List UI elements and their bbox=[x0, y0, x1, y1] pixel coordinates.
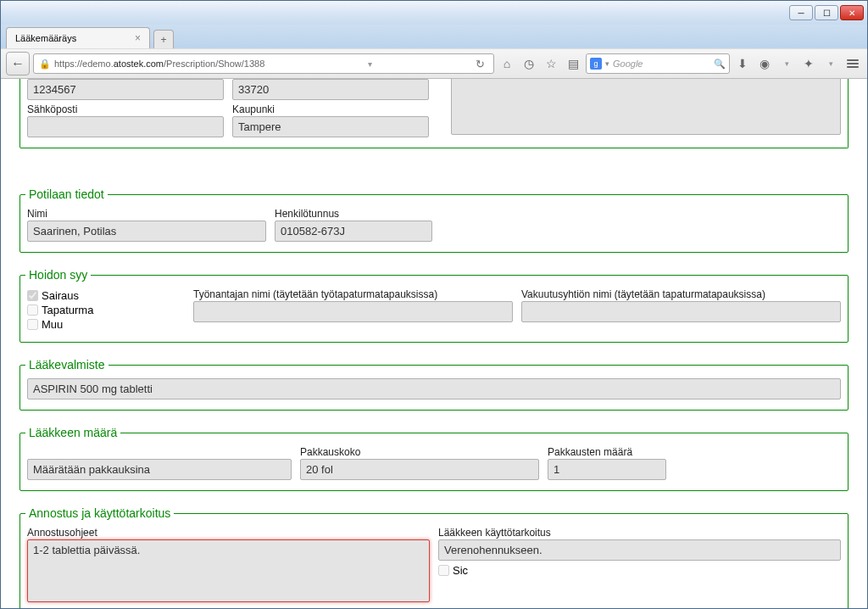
download-icon[interactable]: ⬇ bbox=[733, 54, 752, 73]
reason-legend: Hoidon syy bbox=[25, 268, 91, 282]
google-badge-icon: g bbox=[590, 58, 602, 70]
phone-value: 1234567 bbox=[27, 79, 224, 100]
dosage-section: Annostus ja käyttötarkoitus Annostusohje… bbox=[19, 506, 849, 608]
page-scroll[interactable]: 1234567 33720 Sähköposti Kaupunki Tamper… bbox=[1, 79, 867, 608]
medicine-legend: Lääkevalmiste bbox=[25, 358, 108, 372]
addon-icon[interactable]: ◉ bbox=[755, 54, 774, 73]
close-button[interactable]: ✕ bbox=[840, 5, 864, 20]
address-bar[interactable]: 🔒 https://edemo.atostek.com/Prescription… bbox=[33, 53, 494, 74]
patient-name-value: Saarinen, Potilas bbox=[27, 221, 266, 242]
browser-window: ─ ☐ ✕ Lääkemääräys × + ← 🔒 https://edemo… bbox=[0, 0, 868, 609]
reason-other-checkbox[interactable]: Muu bbox=[27, 318, 185, 331]
employer-value bbox=[193, 301, 513, 322]
dosage-legend: Annostus ja käyttötarkoitus bbox=[25, 506, 174, 520]
minimize-button[interactable]: ─ bbox=[789, 5, 813, 20]
reason-sickness-checkbox[interactable]: Sairaus bbox=[27, 289, 185, 302]
home-icon[interactable]: ⌂ bbox=[498, 54, 516, 73]
pack-size-label: Pakkauskoko bbox=[300, 446, 539, 458]
dropdown-icon[interactable]: ▾ bbox=[368, 59, 372, 69]
toolbar-dropdown-icon-2[interactable]: ▾ bbox=[821, 54, 840, 73]
browser-tab[interactable]: Lääkemääräys × bbox=[6, 27, 150, 48]
city-label: Kaupunki bbox=[232, 103, 429, 115]
reason-accident-checkbox[interactable]: Tapaturma bbox=[27, 304, 185, 316]
purpose-value: Verenohennukseen. bbox=[438, 539, 841, 561]
tab-title: Lääkemääräys bbox=[15, 33, 76, 43]
url-domain: atostek.com bbox=[114, 59, 164, 69]
instructions-value: 1-2 tablettia päivässä. bbox=[27, 539, 430, 602]
patient-name-label: Nimi bbox=[27, 208, 266, 220]
reader-icon[interactable]: ▤ bbox=[564, 54, 582, 73]
search-dropdown-icon[interactable]: ▾ bbox=[605, 59, 609, 68]
tab-close-icon[interactable]: × bbox=[133, 32, 142, 44]
page-content: 1234567 33720 Sähköposti Kaupunki Tamper… bbox=[1, 79, 867, 608]
reason-other-label: Muu bbox=[42, 318, 63, 331]
menu-icon[interactable] bbox=[843, 54, 862, 73]
url-prefix: https://edemo. bbox=[54, 59, 114, 69]
amount-section: Lääkkeen määrä Määrätään pakkauksina Pak… bbox=[19, 426, 849, 491]
insurance-value bbox=[521, 301, 841, 322]
purpose-label: Lääkkeen käyttötarkoitus bbox=[438, 527, 841, 539]
url-path: /Prescription/Show/1388 bbox=[164, 59, 264, 69]
toolbar-dropdown-icon[interactable]: ▾ bbox=[777, 54, 796, 73]
reason-section: Hoidon syy Sairaus Tapaturma Muu Työnant… bbox=[19, 268, 849, 343]
pack-count-value: 1 bbox=[548, 459, 666, 480]
browser-toolbar: ← 🔒 https://edemo.atostek.com/Prescripti… bbox=[1, 48, 867, 79]
reload-icon[interactable]: ↻ bbox=[476, 58, 485, 70]
prescriber-section: 1234567 33720 Sähköposti Kaupunki Tamper… bbox=[19, 79, 849, 148]
patient-section: Potilaan tiedot Nimi Saarinen, Potilas H… bbox=[19, 187, 849, 253]
patient-ssn-label: Henkilötunnus bbox=[275, 208, 432, 220]
city-value: Tampere bbox=[232, 116, 429, 137]
amount-legend: Lääkkeen määrä bbox=[25, 426, 120, 439]
email-value bbox=[27, 116, 224, 137]
medicine-section: Lääkevalmiste ASPIRIN 500 mg tabletti bbox=[19, 358, 849, 411]
insurance-label: Vakuutusyhtiön nimi (täytetään tapaturma… bbox=[521, 288, 841, 300]
patient-legend: Potilaan tiedot bbox=[25, 187, 108, 201]
extension-icon[interactable]: ✦ bbox=[799, 54, 818, 73]
search-bar[interactable]: g ▾ Google 🔍 bbox=[586, 53, 730, 74]
bookmark-star-icon[interactable]: ☆ bbox=[542, 54, 560, 73]
search-placeholder: Google bbox=[613, 59, 643, 69]
sic-label: Sic bbox=[453, 564, 468, 577]
medicine-value: ASPIRIN 500 mg tabletti bbox=[27, 378, 841, 399]
history-icon[interactable]: ◷ bbox=[520, 54, 538, 73]
postal-value: 33720 bbox=[232, 79, 429, 100]
search-icon[interactable]: 🔍 bbox=[714, 59, 726, 70]
email-label: Sähköposti bbox=[27, 103, 224, 115]
pack-size-value: 20 fol bbox=[300, 459, 539, 480]
maximize-button[interactable]: ☐ bbox=[815, 5, 838, 20]
lock-icon: 🔒 bbox=[39, 59, 51, 70]
window-titlebar: ─ ☐ ✕ bbox=[1, 1, 867, 25]
pack-count-label: Pakkausten määrä bbox=[548, 446, 666, 458]
amount-method-value: Määrätään pakkauksina bbox=[27, 459, 292, 480]
side-textarea bbox=[451, 79, 841, 135]
patient-ssn-value: 010582-673J bbox=[275, 221, 432, 242]
new-tab-button[interactable]: + bbox=[153, 30, 174, 48]
amount-method-label bbox=[27, 446, 292, 458]
reason-sickness-label: Sairaus bbox=[42, 289, 79, 302]
back-button[interactable]: ← bbox=[6, 52, 30, 75]
reason-accident-label: Tapaturma bbox=[42, 304, 93, 316]
sic-checkbox[interactable]: Sic bbox=[438, 564, 841, 577]
instructions-label: Annostusohjeet bbox=[27, 527, 430, 539]
tab-strip: Lääkemääräys × + bbox=[1, 25, 867, 48]
employer-label: Työnantajan nimi (täytetään työtapaturma… bbox=[193, 288, 513, 300]
